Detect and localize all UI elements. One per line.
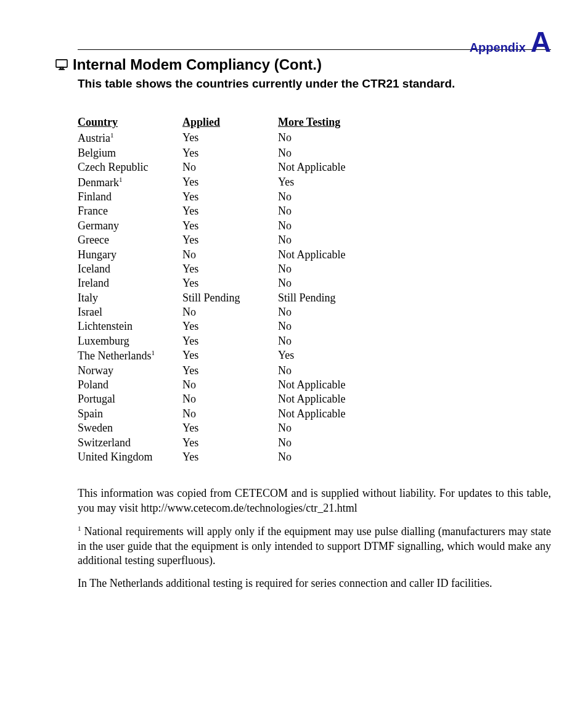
- footnote-ref: 1: [151, 349, 155, 356]
- cell-more-testing: No: [278, 450, 292, 464]
- cell-country: Denmark1: [78, 175, 182, 190]
- cell-more-testing: No: [278, 364, 292, 378]
- page: Appendix A Internal Modem Compliancy (Co…: [0, 0, 588, 616]
- cell-applied: Yes: [182, 175, 278, 190]
- cell-more-testing: Still Pending: [278, 291, 336, 305]
- table-row: United KingdomYesNo: [78, 450, 551, 464]
- cell-country: Spain: [78, 407, 182, 421]
- table-row: The Netherlands1YesYes: [78, 348, 551, 363]
- cell-country: Austria1: [78, 131, 182, 145]
- table-row: GermanyYesNo: [78, 219, 551, 233]
- cell-applied: Yes: [182, 233, 278, 247]
- cell-more-testing: No: [278, 219, 292, 233]
- cell-country: Sweden: [78, 421, 182, 435]
- page-title: Internal Modem Compliancy (Cont.): [73, 56, 322, 73]
- header-rule: Appendix A: [78, 49, 551, 50]
- header-applied: Applied: [182, 115, 278, 129]
- monitor-icon: [55, 59, 68, 70]
- table-row: BelgiumYesNo: [78, 146, 551, 160]
- table-row: LichtensteinYesNo: [78, 319, 551, 333]
- cell-more-testing: Yes: [278, 348, 294, 363]
- cell-applied: Yes: [182, 190, 278, 204]
- table-row: SpainNoNot Applicable: [78, 407, 551, 421]
- title-row: Internal Modem Compliancy (Cont.): [55, 56, 551, 73]
- cell-country: Italy: [78, 291, 182, 305]
- cell-more-testing: No: [278, 233, 292, 247]
- svg-rect-0: [56, 60, 67, 67]
- cell-country: United Kingdom: [78, 450, 182, 464]
- table-row: FinlandYesNo: [78, 190, 551, 204]
- cell-applied: Yes: [182, 421, 278, 435]
- cell-country: Portugal: [78, 392, 182, 406]
- cell-more-testing: No: [278, 276, 292, 290]
- cell-more-testing: No: [278, 262, 292, 276]
- paragraph-source: This information was copied from CETECOM…: [78, 486, 551, 515]
- cell-applied: Yes: [182, 219, 278, 233]
- cell-country: Germany: [78, 219, 182, 233]
- table-row: SwitzerlandYesNo: [78, 436, 551, 450]
- table-row: ItalyStill PendingStill Pending: [78, 291, 551, 305]
- cell-applied: No: [182, 392, 278, 406]
- cell-more-testing: Not Applicable: [278, 248, 345, 262]
- paragraph-footnote: 1 National requirements will apply only …: [78, 524, 551, 568]
- cell-country: Belgium: [78, 146, 182, 160]
- cell-more-testing: No: [278, 319, 292, 333]
- cell-applied: Yes: [182, 319, 278, 333]
- table-row: IrelandYesNo: [78, 276, 551, 290]
- cell-country: France: [78, 204, 182, 218]
- cell-applied: Yes: [182, 204, 278, 218]
- cell-more-testing: No: [278, 305, 292, 319]
- compliancy-table: Country Applied More Testing Austria1Yes…: [78, 115, 551, 464]
- table-body: Austria1YesNoBelgiumYesNoCzech RepublicN…: [78, 131, 551, 464]
- cell-country: Hungary: [78, 248, 182, 262]
- cell-applied: No: [182, 160, 278, 174]
- cell-more-testing: Not Applicable: [278, 407, 345, 421]
- footnote-ref: 1: [119, 176, 123, 183]
- appendix-letter: A: [531, 28, 551, 56]
- cell-country: The Netherlands1: [78, 348, 182, 363]
- cell-country: Norway: [78, 364, 182, 378]
- cell-more-testing: No: [278, 334, 292, 348]
- cell-country: Lichtenstein: [78, 319, 182, 333]
- footnote-ref: 1: [110, 131, 114, 139]
- appendix-label: Appendix: [470, 41, 526, 55]
- cell-more-testing: No: [278, 146, 292, 160]
- table-row: Austria1YesNo: [78, 131, 551, 145]
- table-row: PortugalNoNot Applicable: [78, 392, 551, 406]
- cell-country: Luxemburg: [78, 334, 182, 348]
- cell-more-testing: No: [278, 131, 292, 145]
- header-more-testing: More Testing: [278, 115, 340, 129]
- cell-applied: Yes: [182, 276, 278, 290]
- cell-more-testing: No: [278, 204, 292, 218]
- cell-country: Iceland: [78, 262, 182, 276]
- cell-country: Switzerland: [78, 436, 182, 450]
- table-header-row: Country Applied More Testing: [78, 115, 551, 129]
- cell-applied: Yes: [182, 146, 278, 160]
- cell-applied: No: [182, 407, 278, 421]
- cell-more-testing: Yes: [278, 175, 294, 190]
- table-row: SwedenYesNo: [78, 421, 551, 435]
- cell-more-testing: Not Applicable: [278, 160, 345, 174]
- cell-applied: Yes: [182, 348, 278, 363]
- svg-rect-1: [60, 67, 63, 68]
- footnote-text: National requirements will apply only if…: [78, 525, 551, 567]
- cell-applied: No: [182, 248, 278, 262]
- cell-applied: No: [182, 305, 278, 319]
- cell-applied: Yes: [182, 364, 278, 378]
- cell-applied: Yes: [182, 334, 278, 348]
- cell-more-testing: Not Applicable: [278, 392, 345, 406]
- cell-more-testing: No: [278, 190, 292, 204]
- cell-applied: Yes: [182, 262, 278, 276]
- table-row: PolandNoNot Applicable: [78, 378, 551, 392]
- cell-country: Ireland: [78, 276, 182, 290]
- table-row: LuxemburgYesNo: [78, 334, 551, 348]
- page-subtitle: This table shows the countries currently…: [78, 77, 551, 91]
- cell-country: Czech Republic: [78, 160, 182, 174]
- cell-applied: Yes: [182, 436, 278, 450]
- table-row: IsraelNoNo: [78, 305, 551, 319]
- cell-country: Poland: [78, 378, 182, 392]
- paragraph-netherlands: In The Netherlands additional testing is…: [78, 576, 551, 591]
- cell-applied: Still Pending: [182, 291, 278, 305]
- table-row: IcelandYesNo: [78, 262, 551, 276]
- cell-applied: No: [182, 378, 278, 392]
